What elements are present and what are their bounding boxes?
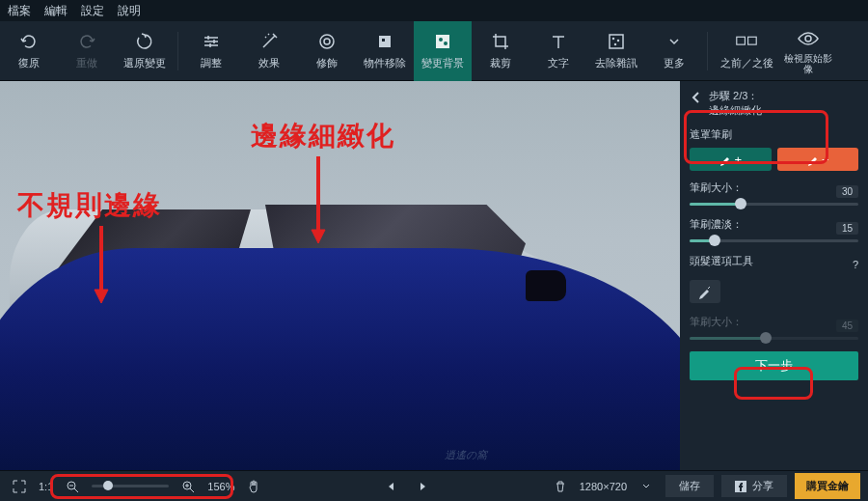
menu-settings[interactable]: 設定 bbox=[81, 3, 104, 19]
svg-rect-12 bbox=[748, 37, 757, 44]
toolbar: 復原 重做 還原變更 調整 效果 修飾 物件移除 變更背景 裁剪 文字 去除雜訊 bbox=[0, 21, 868, 81]
changebg-icon bbox=[432, 31, 453, 52]
dimensions-label: 1280×720 bbox=[580, 481, 627, 492]
compare-icon bbox=[736, 31, 757, 52]
svg-point-10 bbox=[615, 44, 616, 45]
remove-icon bbox=[374, 31, 395, 52]
noise-icon bbox=[606, 31, 627, 52]
menu-help[interactable]: 說明 bbox=[118, 3, 141, 19]
change-bg-tool[interactable]: 變更背景 bbox=[414, 21, 472, 81]
annotation-irregular: 不規則邊緣 bbox=[17, 187, 162, 224]
menu-file[interactable]: 檔案 bbox=[8, 3, 31, 19]
prev-button[interactable] bbox=[380, 475, 403, 498]
hair-brush-button[interactable] bbox=[690, 280, 720, 303]
mask-brush-label: 遮罩筆刷 bbox=[690, 127, 858, 142]
hair-size-slider: 筆刷大小： 45 bbox=[690, 315, 858, 340]
back-arrow-icon[interactable] bbox=[690, 91, 703, 104]
hair-brush-icon bbox=[697, 284, 713, 299]
redo-icon bbox=[76, 31, 97, 52]
redo-tool[interactable]: 重做 bbox=[58, 21, 116, 81]
svg-marker-17 bbox=[95, 290, 108, 303]
svg-point-6 bbox=[444, 42, 448, 45]
delete-button[interactable] bbox=[549, 475, 572, 498]
zoom-in-button[interactable] bbox=[176, 475, 200, 498]
zoom-value: 156% bbox=[207, 481, 234, 492]
brush-add-button[interactable]: + bbox=[690, 148, 772, 171]
retouch-icon bbox=[316, 31, 338, 52]
hand-tool-button[interactable] bbox=[242, 475, 265, 498]
text-tool[interactable]: 文字 bbox=[529, 21, 587, 81]
object-remove-tool[interactable]: 物件移除 bbox=[356, 21, 414, 81]
svg-marker-15 bbox=[312, 230, 325, 243]
undo-icon bbox=[18, 31, 40, 52]
save-button[interactable]: 儲存 bbox=[665, 475, 714, 497]
more-tool[interactable]: 更多 bbox=[645, 21, 703, 81]
retouch-tool[interactable]: 修飾 bbox=[298, 21, 356, 81]
effects-icon bbox=[258, 31, 280, 52]
brush-icon bbox=[806, 153, 820, 166]
svg-rect-4 bbox=[436, 35, 449, 48]
share-button[interactable]: 分享 bbox=[721, 475, 787, 497]
zoom-out-button[interactable] bbox=[61, 475, 84, 498]
adjust-icon bbox=[201, 31, 222, 52]
noise-tool[interactable]: 去除雜訊 bbox=[587, 21, 645, 81]
svg-point-1 bbox=[324, 39, 330, 44]
eye-icon bbox=[798, 28, 819, 49]
effects-tool[interactable]: 效果 bbox=[240, 21, 298, 81]
svg-point-13 bbox=[805, 36, 811, 42]
canvas-area[interactable]: 邊緣細緻化 不規則邊緣 逍遙の窩 bbox=[0, 81, 680, 470]
before-after-tool[interactable]: 之前／之後 bbox=[712, 21, 781, 81]
hair-tool-label: 頭髮選項工具 bbox=[690, 254, 753, 268]
svg-rect-3 bbox=[382, 39, 385, 42]
svg-rect-11 bbox=[737, 37, 746, 44]
watermark-text: 逍遙の窩 bbox=[445, 448, 487, 462]
next-step-button[interactable]: 下一步 bbox=[690, 351, 858, 380]
brush-size-slider[interactable]: 筆刷大小： 30 bbox=[690, 181, 858, 206]
adjust-tool[interactable]: 調整 bbox=[182, 21, 240, 81]
arrow-icon bbox=[309, 156, 328, 247]
fullscreen-button[interactable] bbox=[8, 475, 31, 498]
dropdown-icon[interactable] bbox=[635, 475, 658, 498]
menu-edit[interactable]: 編輯 bbox=[44, 3, 68, 19]
step-header: 步驟 2/3： 邊緣細緻化 bbox=[690, 89, 858, 118]
revert-tool[interactable]: 還原變更 bbox=[116, 21, 174, 81]
next-button[interactable] bbox=[411, 475, 434, 498]
help-icon[interactable]: ? bbox=[853, 259, 858, 270]
menu-bar: 檔案 編輯 設定 說明 bbox=[0, 0, 868, 21]
buy-button[interactable]: 購買金鑰 bbox=[795, 473, 860, 499]
crop-icon bbox=[490, 31, 511, 52]
sidebar-panel: 步驟 2/3： 邊緣細緻化 遮罩筆刷 + − 筆刷大小： 30 筆刷濃淡： bbox=[680, 81, 868, 470]
fit-label[interactable]: 1:1 bbox=[39, 481, 53, 492]
brush-icon bbox=[719, 153, 732, 166]
svg-rect-7 bbox=[610, 35, 623, 48]
revert-icon bbox=[134, 31, 155, 52]
text-icon bbox=[548, 31, 569, 52]
undo-tool[interactable]: 復原 bbox=[0, 21, 58, 81]
facebook-icon bbox=[735, 481, 746, 492]
brush-subtract-button[interactable]: − bbox=[777, 148, 859, 171]
svg-point-0 bbox=[320, 35, 334, 48]
svg-point-9 bbox=[618, 41, 619, 42]
arrow-icon bbox=[92, 226, 111, 307]
chevron-down-icon bbox=[664, 31, 685, 52]
crop-tool[interactable]: 裁剪 bbox=[472, 21, 529, 81]
svg-point-5 bbox=[439, 38, 443, 42]
original-tool[interactable]: 檢視原始影像 bbox=[781, 21, 835, 81]
svg-point-8 bbox=[613, 39, 614, 40]
annotation-refine: 邊緣細緻化 bbox=[251, 118, 395, 154]
status-bar: 1:1 156% 1280×720 儲存 分享 購買金鑰 bbox=[0, 470, 868, 501]
zoom-slider[interactable] bbox=[92, 485, 169, 487]
brush-opacity-slider[interactable]: 筆刷濃淡： 15 bbox=[690, 217, 858, 242]
